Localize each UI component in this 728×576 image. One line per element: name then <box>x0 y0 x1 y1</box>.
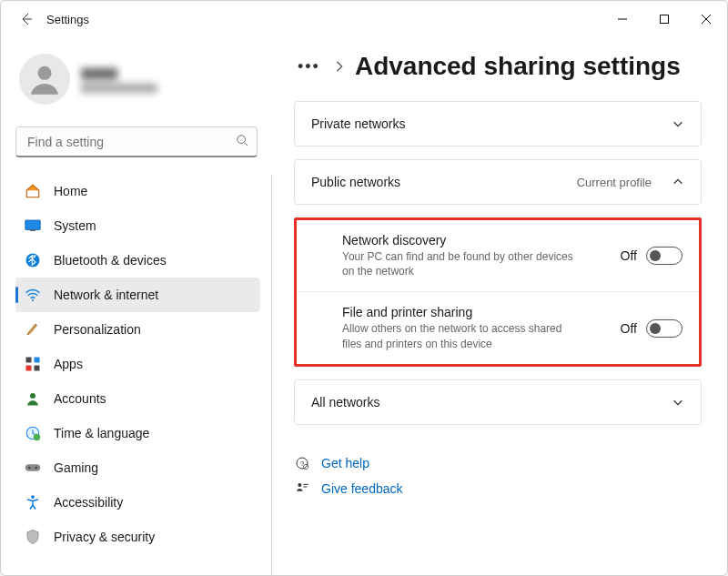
svg-point-21 <box>298 483 301 487</box>
help-link-row: ? Get help <box>294 450 702 476</box>
panel-title: All networks <box>311 395 379 409</box>
person-icon <box>26 61 63 97</box>
svg-rect-14 <box>25 464 41 471</box>
window-title: Settings <box>46 13 89 26</box>
titlebar: Settings <box>1 1 727 37</box>
shield-icon <box>25 529 41 545</box>
svg-point-6 <box>32 299 34 301</box>
search-input[interactable] <box>15 126 258 157</box>
chevron-right-icon <box>333 60 346 73</box>
sidebar-item-label: System <box>54 218 96 233</box>
profile-sub: ▮▮▮▮▮▮▮▮▮▮▮▮ <box>81 81 157 94</box>
setting-desc: Allow others on the network to access sh… <box>342 321 579 350</box>
toggle-state: Off <box>621 248 637 263</box>
apps-icon <box>25 356 41 372</box>
svg-point-1 <box>38 66 52 80</box>
page-title: Advanced sharing settings <box>355 52 681 81</box>
sidebar-item-label: Network & internet <box>54 288 158 302</box>
sidebar-item-label: Bluetooth & devices <box>54 253 167 268</box>
sidebar-item-system[interactable]: System <box>15 208 260 243</box>
nav-list: Home System Bluetooth & devices Network … <box>15 174 272 575</box>
current-profile-badge: Current profile <box>577 176 652 189</box>
toggle-state: Off <box>621 321 637 336</box>
gaming-icon <box>25 460 41 476</box>
setting-file-printer-sharing: File and printer sharing Allow others on… <box>297 291 699 363</box>
svg-point-15 <box>28 467 30 469</box>
brush-icon <box>25 321 41 338</box>
setting-network-discovery: Network discovery Your PC can find and b… <box>297 220 699 291</box>
window-controls <box>602 1 727 37</box>
sidebar-item-gaming[interactable]: Gaming <box>15 450 260 485</box>
breadcrumb-ellipsis[interactable]: ••• <box>294 57 324 76</box>
sidebar-item-network[interactable]: Network & internet <box>15 278 260 312</box>
panel-private-networks: Private networks <box>294 101 702 147</box>
svg-point-17 <box>31 495 35 499</box>
get-help-link[interactable]: Get help <box>321 456 369 470</box>
sidebar-item-apps[interactable]: Apps <box>15 347 260 381</box>
panel-public-networks: Public networks Current profile <box>294 159 702 205</box>
svg-rect-4 <box>30 230 35 232</box>
highlighted-settings: Network discovery Your PC can find and b… <box>294 217 702 367</box>
feedback-icon <box>294 481 310 496</box>
minimize-icon <box>618 15 627 24</box>
sidebar-item-time[interactable]: Time & language <box>15 416 260 450</box>
sidebar-item-label: Personalization <box>54 322 141 337</box>
help-icon: ? <box>294 456 310 470</box>
main-content: ••• Advanced sharing settings Private ne… <box>272 37 727 575</box>
minimize-button[interactable] <box>602 1 643 37</box>
maximize-button[interactable] <box>643 1 685 37</box>
setting-desc: Your PC can find and be found by other d… <box>342 249 579 278</box>
bluetooth-icon <box>25 252 41 268</box>
svg-point-2 <box>238 136 246 144</box>
sidebar-item-label: Accounts <box>54 391 106 406</box>
chevron-up-icon <box>672 176 684 188</box>
home-icon <box>25 183 41 199</box>
sidebar: ▮▮▮▮▮ ▮▮▮▮▮▮▮▮▮▮▮▮ Home System <box>1 37 272 575</box>
sidebar-item-personalization[interactable]: Personalization <box>15 312 260 347</box>
search-icon <box>236 134 248 150</box>
sidebar-item-label: Accessibility <box>54 495 123 510</box>
panel-title: Private networks <box>311 116 405 131</box>
chevron-down-icon <box>672 396 684 409</box>
close-button[interactable] <box>685 1 727 37</box>
svg-point-11 <box>30 393 35 399</box>
settings-window: Settings ▮▮▮▮▮ ▮▮▮▮▮▮▮▮▮▮▮▮ <box>0 0 728 576</box>
sidebar-item-privacy[interactable]: Privacy & security <box>15 520 260 554</box>
sidebar-item-label: Home <box>54 184 87 198</box>
profile-block[interactable]: ▮▮▮▮▮ ▮▮▮▮▮▮▮▮▮▮▮▮ <box>15 46 272 119</box>
svg-rect-3 <box>25 220 41 230</box>
setting-title: File and printer sharing <box>342 305 579 319</box>
sidebar-item-bluetooth[interactable]: Bluetooth & devices <box>15 243 260 278</box>
svg-point-13 <box>34 434 41 441</box>
profile-name: ▮▮▮▮▮ <box>81 65 157 81</box>
panel-public-head[interactable]: Public networks Current profile <box>295 160 701 204</box>
sidebar-item-label: Apps <box>54 357 83 371</box>
panel-all-head[interactable]: All networks <box>295 380 701 424</box>
profile-text: ▮▮▮▮▮ ▮▮▮▮▮▮▮▮▮▮▮▮ <box>81 65 157 94</box>
give-feedback-link[interactable]: Give feedback <box>321 481 403 496</box>
svg-point-16 <box>35 467 37 469</box>
close-icon <box>702 15 711 24</box>
sidebar-item-label: Privacy & security <box>54 530 155 544</box>
panel-title: Public networks <box>311 175 400 189</box>
svg-rect-9 <box>26 366 32 371</box>
sidebar-item-accessibility[interactable]: Accessibility <box>15 485 260 520</box>
toggle-file-printer-sharing[interactable] <box>646 319 682 338</box>
account-icon <box>25 390 41 407</box>
svg-rect-10 <box>35 366 40 371</box>
back-button[interactable] <box>12 5 41 34</box>
panel-private-head[interactable]: Private networks <box>295 102 701 146</box>
panel-all-networks: All networks <box>294 379 702 425</box>
sidebar-item-label: Gaming <box>54 460 98 475</box>
avatar <box>19 54 70 105</box>
maximize-icon <box>660 15 669 24</box>
clock-icon <box>25 425 41 441</box>
toggle-network-discovery[interactable] <box>646 247 682 265</box>
wifi-icon <box>25 287 41 303</box>
svg-rect-8 <box>35 358 40 363</box>
svg-rect-0 <box>661 15 669 24</box>
chevron-down-icon <box>672 117 684 130</box>
search-box[interactable] <box>15 126 258 157</box>
sidebar-item-home[interactable]: Home <box>15 174 260 208</box>
sidebar-item-accounts[interactable]: Accounts <box>15 381 260 416</box>
